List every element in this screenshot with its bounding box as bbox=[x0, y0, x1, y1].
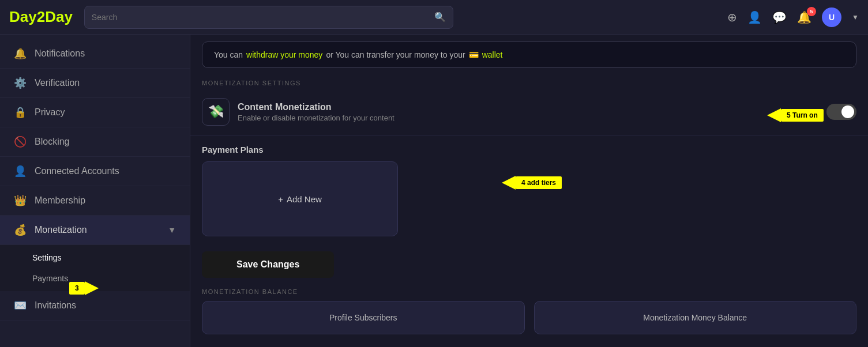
monetization-icon-wrap: 💸 bbox=[202, 98, 230, 126]
main-layout: 🔔 Notifications ⚙️ Verification 🔒 Privac… bbox=[0, 35, 868, 347]
payment-plans-section: Payment Plans + Add New bbox=[190, 135, 868, 246]
balance-banner: You can withdraw your money or You can t… bbox=[202, 42, 856, 68]
money-balance-card: Monetization Money Balance bbox=[534, 301, 857, 334]
sidebar-label-notifications: Notifications bbox=[35, 48, 85, 59]
sidebar-label-blocking: Blocking bbox=[35, 137, 69, 147]
monetization-toggle[interactable] bbox=[826, 104, 856, 120]
monetization-text: Content Monetization Enable or disable m… bbox=[238, 102, 394, 122]
check-icon: ⚙️ bbox=[14, 77, 27, 89]
bell-icon: 🔔 bbox=[14, 47, 27, 60]
sidebar-item-verification[interactable]: ⚙️ Verification bbox=[0, 69, 190, 98]
sidebar-item-notifications[interactable]: 🔔 Notifications bbox=[0, 39, 190, 69]
monetization-settings-label: MONETIZATION SETTINGS bbox=[190, 75, 868, 89]
sidebar-label-verification: Verification bbox=[35, 78, 80, 88]
sidebar-label-membership: Membership bbox=[35, 195, 85, 206]
search-input[interactable] bbox=[92, 13, 434, 22]
sidebar-item-invitations[interactable]: ✉️ Invitations bbox=[0, 291, 190, 320]
sidebar-item-monetization[interactable]: 💰 Monetization ▼ bbox=[0, 216, 190, 245]
sidebar-label-monetization: Monetization bbox=[35, 225, 87, 235]
add-circle-icon[interactable]: ⊕ bbox=[727, 10, 737, 24]
money-icon: 💸 bbox=[208, 104, 224, 119]
mail-icon: ✉️ bbox=[14, 299, 27, 312]
profile-add-icon[interactable]: 👤 bbox=[747, 10, 762, 24]
sidebar-item-privacy[interactable]: 🔒 Privacy bbox=[0, 98, 190, 127]
lock-icon: 🔒 bbox=[14, 106, 27, 119]
chevron-down-icon: ▼ bbox=[168, 225, 176, 235]
avatar[interactable]: U bbox=[822, 7, 841, 27]
chevron-down-icon[interactable]: ▼ bbox=[852, 13, 859, 21]
profile-subscribers-card: Profile Subscribers bbox=[202, 301, 525, 334]
sidebar-label-privacy: Privacy bbox=[35, 107, 65, 118]
navbar: Day2Day 🔍 ⊕ 👤 💬 🔔 5 U ▼ bbox=[0, 0, 868, 35]
balance-cards: Profile Subscribers Monetization Money B… bbox=[190, 301, 868, 346]
withdraw-link[interactable]: withdraw your money bbox=[246, 50, 322, 59]
save-changes-button[interactable]: Save Changes bbox=[202, 251, 334, 278]
monetization-sub-menu: Settings Payments bbox=[0, 245, 190, 291]
banner-text-before: You can bbox=[214, 50, 243, 59]
sidebar: 🔔 Notifications ⚙️ Verification 🔒 Privac… bbox=[0, 35, 190, 347]
add-new-button[interactable]: + Add New bbox=[202, 161, 398, 236]
content-monetization-row: 💸 Content Monetization Enable or disable… bbox=[190, 89, 868, 135]
sidebar-label-invitations: Invitations bbox=[35, 300, 76, 311]
plus-icon: + bbox=[278, 194, 283, 204]
sub-item-settings[interactable]: Settings bbox=[0, 247, 190, 268]
nav-icons: ⊕ 👤 💬 🔔 5 U ▼ bbox=[727, 7, 859, 27]
app-logo: Day2Day bbox=[9, 8, 73, 26]
balance-section-label: MONETIZATION BALANCE bbox=[190, 284, 868, 301]
monetization-icon: 💰 bbox=[14, 224, 27, 236]
monetization-description: Enable or disable monetization for your … bbox=[238, 114, 394, 122]
sidebar-item-blocking[interactable]: 🚫 Blocking bbox=[0, 127, 190, 157]
wallet-link[interactable]: wallet bbox=[482, 50, 503, 59]
search-bar[interactable]: 🔍 bbox=[84, 6, 453, 29]
monetization-title: Content Monetization bbox=[238, 102, 394, 112]
wallet-icon: 💳 bbox=[469, 50, 479, 59]
crown-icon: 👑 bbox=[14, 194, 27, 207]
connected-icon: 👤 bbox=[14, 165, 27, 178]
notif-badge: 5 bbox=[807, 7, 816, 16]
payment-plans-label: Payment Plans bbox=[202, 145, 856, 154]
content-area: You can withdraw your money or You can t… bbox=[190, 35, 868, 347]
sidebar-item-membership[interactable]: 👑 Membership bbox=[0, 186, 190, 216]
sub-item-payments[interactable]: Payments bbox=[0, 268, 190, 289]
notification-icon[interactable]: 🔔 5 bbox=[797, 10, 811, 24]
sidebar-label-connected-accounts: Connected Accounts bbox=[35, 166, 119, 176]
sidebar-item-connected-accounts[interactable]: 👤 Connected Accounts bbox=[0, 157, 190, 186]
add-new-label: Add New bbox=[287, 194, 322, 204]
chat-icon[interactable]: 💬 bbox=[772, 10, 787, 24]
banner-text-middle: or You can transfer your money to your bbox=[326, 50, 465, 59]
monetization-toggle-area[interactable] bbox=[826, 104, 856, 120]
block-icon: 🚫 bbox=[14, 135, 27, 148]
search-icon: 🔍 bbox=[434, 12, 446, 22]
